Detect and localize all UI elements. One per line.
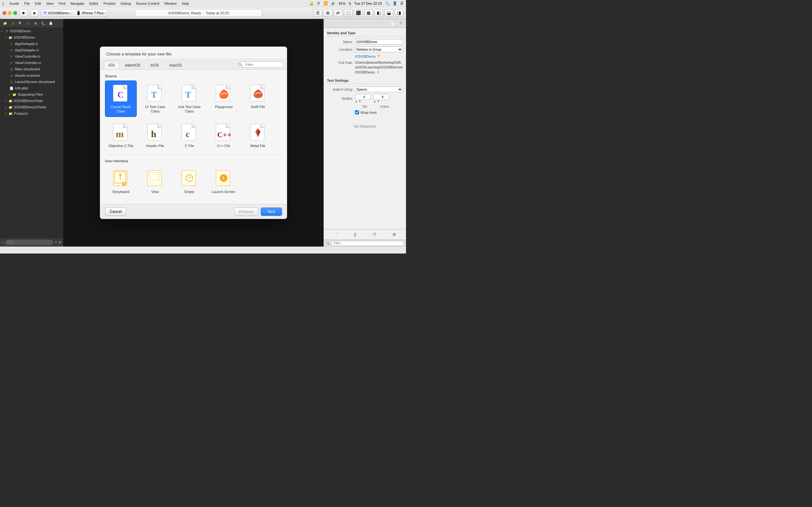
template-cocoa-touch[interactable]: C Cocoa Touch Class	[105, 80, 137, 117]
sidebar-item-appdelegate-h[interactable]: h AppDelegate.h	[0, 41, 63, 47]
search-menu-icon[interactable]: 🔍	[385, 1, 390, 5]
menu-product[interactable]: Product	[103, 2, 115, 5]
location-select[interactable]: Relative to Group Absolute Path	[355, 47, 403, 52]
template-launch-screen[interactable]: 1 Launch Screen	[208, 165, 240, 197]
standard-editor-btn[interactable]: ⬜	[344, 9, 353, 17]
template-cpp[interactable]: C++ C++ File	[208, 119, 240, 151]
tab-up-arrow[interactable]: ▲	[355, 100, 358, 103]
version-btn[interactable]: ⇄	[334, 9, 343, 17]
file-inspector-icon[interactable]: 📄	[389, 20, 396, 26]
wrap-lines-checkbox[interactable]	[355, 110, 359, 114]
sidebar-item-info-plist[interactable]: 📄 Info.plist	[0, 85, 63, 91]
log-icon-btn[interactable]: 📋	[48, 20, 54, 26]
folder-icon-btn[interactable]: 📁	[2, 20, 8, 26]
tab-tvos[interactable]: tvOS	[146, 61, 164, 69]
sidebar-item-appdelegate-m[interactable]: m AppDelegate.m	[0, 47, 63, 53]
minimize-button[interactable]	[8, 11, 12, 15]
sidebar-item-assets[interactable]: 🗂 Assets.xcassets	[0, 72, 63, 78]
assistant-btn[interactable]: ⊞	[323, 9, 333, 17]
tab-down-arrow[interactable]: ▼	[358, 100, 361, 103]
list-icon: ☰	[400, 1, 403, 5]
sidebar-item-uitests[interactable]: ▸ 📁 iOSXIBDemoUITests	[0, 104, 63, 110]
tab-macos[interactable]: macOS	[164, 61, 187, 69]
template-playground[interactable]: Playground	[208, 80, 240, 117]
close-button[interactable]	[3, 11, 6, 15]
right-filter-input[interactable]	[331, 241, 404, 246]
folder-label: Supporting Files	[18, 93, 43, 96]
indent-down-arrow[interactable]: ▼	[377, 100, 380, 103]
tab-watchos[interactable]: watchOS	[120, 61, 145, 69]
menu-editor[interactable]: Editor	[90, 2, 99, 5]
menu-find[interactable]: Find	[59, 2, 65, 5]
menu-source-control[interactable]: Source Control	[136, 2, 159, 5]
cancel-button[interactable]: Cancel	[105, 208, 126, 216]
sidebar-item-products[interactable]: ▸ 📁 Products	[0, 110, 63, 117]
sidebar-item-launchscreen[interactable]: ◫ LaunchScreen.storyboard	[0, 78, 63, 85]
navigator-toggle[interactable]: ◧	[374, 9, 383, 17]
template-c-file[interactable]: c C File	[173, 119, 205, 151]
indent-using-select[interactable]: Spaces Tabs	[355, 87, 403, 92]
template-objc[interactable]: m Objective-C File	[105, 119, 137, 151]
quick-help-icon-btn[interactable]: {}	[352, 231, 359, 238]
inspector-toggle[interactable]: ◨	[395, 9, 403, 17]
name-input[interactable]	[355, 39, 403, 45]
sidebar-item-supporting-files[interactable]: ▸ 📁 Supporting Files	[0, 91, 63, 98]
sidebar-item-project[interactable]: ▾ ⚒ iOSXIBDemo	[0, 28, 63, 34]
git-icon-btn[interactable]: ⎇	[9, 20, 16, 26]
menu-file[interactable]: File	[24, 2, 30, 5]
sidebar-item-tests[interactable]: ▸ 📁 iOSXIBDemoTests	[0, 98, 63, 104]
template-metal[interactable]: Metal File	[242, 119, 274, 151]
menu-edit[interactable]: Edit	[35, 2, 41, 5]
traffic-lights	[3, 11, 17, 15]
assets-icon: 🗂	[9, 73, 14, 78]
next-button[interactable]: Next	[261, 208, 282, 216]
template-storyboard[interactable]: Storyboard	[105, 165, 137, 197]
scheme-selector[interactable]: ⚒ iOSXIBDemo › | 📱 iPhone 7 Plus ›	[41, 9, 108, 17]
tab-width-input[interactable]	[355, 94, 371, 100]
structure-view-btn[interactable]: ☰	[313, 9, 322, 17]
help-icon[interactable]: ?	[397, 20, 404, 26]
sidebar-item-iosxibdemo[interactable]: ▾ 📂 iOSXIBDemo	[0, 34, 63, 41]
menu-help[interactable]: Help	[182, 2, 189, 5]
apple-menu[interactable]: 	[3, 1, 4, 6]
template-unit-test[interactable]: T Unit Test Case Class	[173, 80, 205, 117]
sidebar-item-main-storyboard[interactable]: ◫ Main.storyboard	[0, 66, 63, 72]
sort-icon[interactable]: ⊞	[59, 240, 61, 244]
debug-icon-btn[interactable]: 🐛	[40, 20, 46, 26]
file-icon-btn[interactable]: 📄	[332, 231, 339, 238]
breakpoints-icon-btn[interactable]: ⊞	[391, 231, 398, 238]
folder-btn[interactable]: 📁	[377, 54, 381, 58]
clock-sidebar-icon[interactable]: ⏱	[54, 240, 57, 244]
run-button[interactable]: ▶	[20, 9, 28, 17]
indent-up-arrow[interactable]: ▲	[373, 100, 376, 103]
search-icon-btn[interactable]: 🔍	[17, 20, 23, 26]
sidebar-item-viewcontroller-m[interactable]: m ViewController.m	[0, 60, 63, 66]
stop-button[interactable]: ■	[31, 9, 38, 17]
debug-toggle[interactable]: ⬓	[385, 9, 393, 17]
menu-navigate[interactable]: Navigate	[70, 2, 84, 5]
template-swift-file[interactable]: Swift File	[242, 80, 274, 117]
dialog-filter-input[interactable]	[239, 61, 283, 68]
tab-ios[interactable]: iOS	[104, 61, 119, 69]
reveal-icon[interactable]: ↗	[376, 70, 379, 74]
maximize-button[interactable]	[13, 11, 17, 15]
add-icon[interactable]: +	[2, 240, 4, 244]
template-view[interactable]: View	[139, 165, 171, 197]
test-icon-btn[interactable]: ◉	[32, 20, 39, 26]
menu-window[interactable]: Window	[164, 2, 177, 5]
previous-button[interactable]: Previous	[234, 208, 258, 216]
version-editor-btn[interactable]: ▦	[364, 9, 373, 17]
indent-width-input[interactable]	[373, 94, 389, 100]
view-template-label: View	[151, 189, 159, 194]
assistant-editor-btn[interactable]: ⬛	[354, 9, 363, 17]
menu-xcode[interactable]: Xcode	[9, 2, 19, 5]
template-empty[interactable]: Empty	[173, 165, 205, 197]
sidebar-item-viewcontroller-h[interactable]: h ViewController.h	[0, 53, 63, 60]
menu-view[interactable]: View	[46, 2, 54, 5]
warning-icon-btn[interactable]: ⚠	[25, 20, 31, 26]
menu-debug[interactable]: Debug	[120, 2, 131, 5]
template-header[interactable]: h Header File	[139, 119, 171, 151]
history-icon-btn[interactable]: ⏱	[371, 231, 378, 238]
template-ui-test[interactable]: T UI Test Case Class	[139, 80, 171, 117]
sidebar-filter-input[interactable]	[5, 240, 53, 245]
